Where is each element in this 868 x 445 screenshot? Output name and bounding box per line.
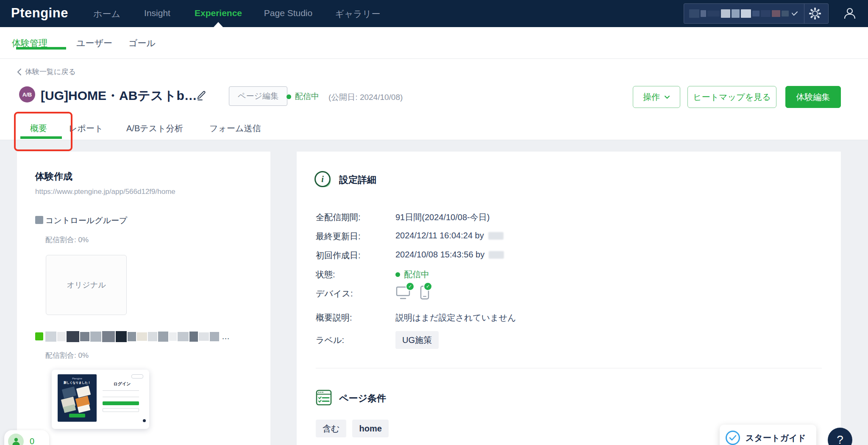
- page-edit-button[interactable]: ページ編集: [229, 86, 287, 106]
- tab-form-submission[interactable]: フォーム送信: [209, 123, 261, 134]
- thumbnail-signup-pill: [131, 374, 143, 379]
- nav-item-insight[interactable]: Insight: [144, 8, 170, 18]
- ptengine-logo[interactable]: Ptengine: [11, 6, 68, 21]
- field-value-created: 2024/10/08 15:43:56 by: [395, 250, 504, 260]
- view-heatmap-button[interactable]: ヒートマップを見る: [687, 86, 776, 108]
- nav-item-experience[interactable]: Experience: [195, 8, 242, 18]
- status-label: 配信中: [404, 269, 429, 280]
- breadcrumb-label: 体験一覧に戻る: [25, 67, 76, 77]
- info-icon: i: [314, 171, 331, 188]
- nav-item-gallery[interactable]: ギャラリー: [335, 8, 381, 20]
- field-value-description: 説明はまだ設定されていません: [395, 312, 516, 323]
- subnav-item-goals[interactable]: ゴール: [128, 37, 156, 49]
- operate-button[interactable]: 操作: [633, 86, 680, 108]
- user-menu-button[interactable]: [843, 6, 857, 22]
- nav-item-page-studio[interactable]: Page Studio: [264, 8, 312, 18]
- pencil-icon: [196, 89, 207, 101]
- account-dropdown[interactable]: [684, 3, 829, 24]
- settings-button[interactable]: [804, 8, 826, 19]
- field-label-updated: 最終更新日:: [316, 231, 361, 242]
- start-guide-button[interactable]: スタートガイド: [720, 425, 816, 445]
- subnav-label: 体験管理: [12, 38, 47, 48]
- condition-operator-chip: 含む: [316, 420, 346, 437]
- nav-item-home[interactable]: ホーム: [93, 8, 120, 20]
- condition-value-chip: home: [352, 420, 388, 437]
- thumbnail-login-panel: ログイン: [101, 374, 143, 422]
- redacted-account-name: [684, 9, 789, 18]
- sub-nav: 体験管理 ユーザー ゴール: [0, 27, 868, 59]
- back-to-experience-list[interactable]: 体験一覧に戻る: [17, 67, 76, 77]
- redacted-user-name: [489, 251, 504, 259]
- field-label-device: デバイス:: [316, 288, 353, 299]
- target-url: https://www.ptengine.jp/app/566d12f9/hom…: [35, 188, 175, 196]
- check-badge-icon: ✓: [406, 282, 415, 291]
- chevron-left-icon: [17, 68, 22, 76]
- field-value-updated: 2024/12/11 16:04:24 by: [395, 231, 504, 240]
- updated-value: 2024/12/11 16:04:24 by: [395, 231, 484, 240]
- experience-edit-button[interactable]: 体験編集: [785, 86, 841, 108]
- active-tab-underline: [20, 136, 62, 139]
- top-nav: Ptengine ホーム Insight Experience Page Stu…: [0, 0, 868, 27]
- dropdown-check-icon: [791, 11, 798, 16]
- variation-thumbnail[interactable]: Ptengine 新しくなりました！ ログイン: [52, 370, 149, 429]
- guide-check-icon: [726, 431, 740, 445]
- thumbnail-hero-panel: Ptengine 新しくなりました！: [58, 374, 97, 422]
- thumbnail-headline: 新しくなりました！: [58, 381, 97, 385]
- settings-detail-heading: 設定詳細: [339, 174, 376, 186]
- thumbnail-cta-button: [69, 414, 85, 417]
- thumbnail-google-button: [103, 408, 139, 412]
- field-label-description: 概要説明:: [316, 312, 352, 323]
- visitor-avatar-icon: [8, 434, 24, 445]
- control-group-name: コントロールグループ: [45, 215, 128, 226]
- thumbnail-login-button: [103, 401, 139, 405]
- page-condition-icon: [315, 389, 333, 408]
- start-guide-label: スタートガイド: [746, 432, 806, 444]
- status-label: 配信中: [295, 91, 319, 102]
- tab-overview[interactable]: 概要: [30, 123, 47, 134]
- subnav-item-users[interactable]: ユーザー: [76, 37, 112, 49]
- page-header: 体験一覧に戻る A/B [UG]HOME・ABテストb… ページ編集 配信中 (…: [0, 58, 868, 140]
- field-label-created: 初回作成日:: [316, 250, 361, 261]
- settings-detail-card: i 設定詳細 全配信期間: 91日間(2024/10/08-今日) 最終更新日:…: [297, 152, 841, 445]
- thumbnail-badge-dot: [143, 419, 146, 422]
- published-date: (公開日: 2024/10/08): [328, 92, 403, 103]
- tab-report[interactable]: レポート: [69, 123, 103, 134]
- tab-ab-analysis[interactable]: A/Bテスト分析: [126, 123, 183, 134]
- live-visitors-widget[interactable]: 0: [4, 430, 49, 445]
- variation-name-ellipsis: …: [222, 332, 230, 341]
- thumbnail-input-line: [103, 397, 139, 397]
- redacted-variation-name: …: [45, 331, 230, 342]
- ab-test-badge: A/B: [19, 86, 35, 102]
- chevron-down-icon: [664, 95, 670, 99]
- field-label-status: 状態:: [316, 269, 335, 280]
- section-divider: [316, 368, 822, 368]
- created-value: 2024/10/08 15:43:56 by: [395, 250, 484, 260]
- original-preview-box[interactable]: オリジナル: [46, 255, 127, 315]
- page-condition-chips: 含む home: [316, 420, 389, 437]
- ptengine-app: Ptengine ホーム Insight Experience Page Stu…: [0, 0, 868, 445]
- control-group-ratio: 配信割合: 0%: [45, 235, 89, 245]
- redacted-user-name: [488, 232, 504, 240]
- delivery-status: 配信中: [287, 91, 319, 102]
- desktop-device-icon: ✓: [395, 285, 412, 302]
- check-badge-icon: ✓: [423, 282, 432, 291]
- mobile-device-icon: ✓: [420, 285, 429, 302]
- experience-title: [UG]HOME・ABテストb…: [41, 87, 197, 105]
- field-value-period: 91日間(2024/10/08-今日): [395, 212, 490, 223]
- active-tab-underline: [16, 47, 66, 50]
- status-dot: [395, 272, 400, 277]
- variation-color-square: [35, 332, 43, 340]
- page-condition-heading: ページ条件: [339, 392, 386, 405]
- thumbnail-brand: Ptengine: [58, 377, 97, 380]
- subnav-item-experience-management[interactable]: 体験管理: [12, 37, 47, 49]
- user-icon: [843, 6, 857, 21]
- thumbnail-login-title: ログイン: [101, 381, 143, 387]
- label-chip[interactable]: UG施策: [395, 331, 439, 349]
- thumbnail-collage: [62, 387, 92, 412]
- gear-icon: [809, 8, 821, 19]
- experience-creation-card: 体験作成 https://www.ptengine.jp/app/566d12f…: [17, 152, 270, 445]
- control-group-color-square: [35, 216, 43, 224]
- creation-card-title: 体験作成: [35, 170, 72, 183]
- edit-title-button[interactable]: [196, 89, 207, 102]
- field-value-device: ✓ ✓: [395, 285, 429, 302]
